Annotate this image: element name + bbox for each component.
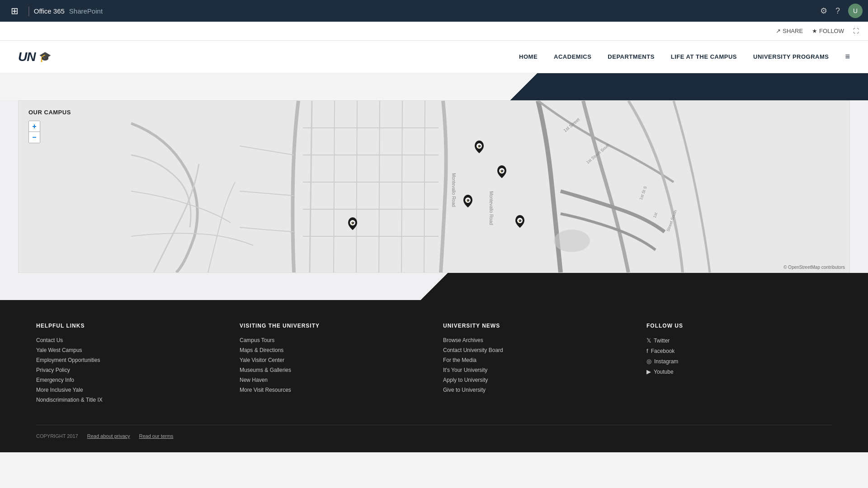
- footer-link-nondiscrimination[interactable]: Nondiscrimination & Title IX: [36, 397, 222, 403]
- footer-visiting: VISITING THE UNIVERSITY Campus Tours Map…: [240, 323, 425, 407]
- footer-link-campus-tours[interactable]: Campus Tours: [240, 337, 425, 343]
- footer-link-employment[interactable]: Employment Opportunities: [36, 357, 222, 363]
- map-container[interactable]: Montevallo Road Montevallo Road 1st Stre…: [19, 101, 849, 272]
- svg-text:🎓: 🎓: [466, 198, 470, 202]
- footer-link-youtube[interactable]: ▶ Youtube: [646, 368, 832, 375]
- logo-cap: 🎓: [39, 51, 51, 63]
- svg-point-20: [554, 230, 590, 252]
- site-nav: HOME ACADEMICS DEPARTMENTS LIFE AT THE C…: [519, 52, 850, 61]
- office365-label: Office 365: [34, 7, 65, 15]
- svg-text:🎓: 🎓: [500, 169, 504, 173]
- follow-icon: ★: [812, 28, 817, 34]
- helpful-links-heading: HELPFUL LINKS: [36, 323, 222, 329]
- svg-text:🎓: 🎓: [518, 219, 522, 223]
- topbar-divider: |: [28, 5, 30, 17]
- svg-text:Montevallo Road: Montevallo Road: [451, 173, 456, 207]
- zoom-out-button[interactable]: −: [29, 132, 40, 143]
- footer-link-instagram[interactable]: ◎ Instagram: [646, 358, 832, 365]
- svg-text:🎓: 🎓: [351, 221, 355, 225]
- svg-rect-1: [303, 101, 439, 272]
- nav-home[interactable]: HOME: [519, 53, 538, 60]
- site-logo: UN 🎓: [18, 50, 51, 64]
- footer-helpful-links: HELPFUL LINKS Contact Us Yale West Campu…: [36, 323, 222, 407]
- follow-button[interactable]: ★ FOLLOW: [812, 28, 844, 34]
- footer-link-privacy[interactable]: Privacy Policy: [36, 367, 222, 373]
- share-icon: ↗: [776, 28, 781, 34]
- footer-link-visitor-center[interactable]: Yale Visitor Center: [240, 357, 425, 363]
- footer-diagonal: [0, 273, 868, 300]
- news-heading: UNIVERSITY NEWS: [443, 323, 628, 329]
- map-svg: Montevallo Road Montevallo Road 1st Stre…: [19, 101, 849, 272]
- visiting-heading: VISITING THE UNIVERSITY: [240, 323, 425, 329]
- twitter-icon: 𝕏: [646, 337, 651, 344]
- site-header: UN 🎓 HOME ACADEMICS DEPARTMENTS LIFE AT …: [0, 41, 868, 73]
- waffle-button[interactable]: ⊞: [5, 5, 24, 16]
- nav-departments[interactable]: DEPARTMENTS: [608, 53, 654, 60]
- footer-grid: HELPFUL LINKS Contact Us Yale West Campu…: [36, 323, 832, 407]
- footer-link-contact[interactable]: Contact Us: [36, 337, 222, 343]
- topbar-left: ⊞ | Office 365 SharePoint: [5, 5, 103, 17]
- share-label: SHARE: [783, 28, 803, 34]
- main-content: OUR CAMPUS + −: [0, 100, 868, 273]
- view-icon: ⛶: [853, 28, 859, 34]
- twitter-label: Twitter: [654, 338, 670, 344]
- map-title: OUR CAMPUS: [28, 109, 71, 116]
- topbar: ⊞ | Office 365 SharePoint ⚙ ? U: [0, 0, 868, 22]
- nav-programs[interactable]: UNIVERSITY PROGRAMS: [753, 53, 829, 60]
- map-section: OUR CAMPUS + −: [18, 100, 850, 273]
- menu-icon[interactable]: ≡: [845, 52, 850, 61]
- map-zoom-controls: + −: [28, 121, 40, 143]
- footer-link-board[interactable]: Contact University Board: [443, 347, 628, 353]
- footer-link-media[interactable]: For the Media: [443, 357, 628, 363]
- footer-bottom: COPYRIGHT 2017 Read about privacy Read o…: [36, 425, 832, 439]
- instagram-icon: ◎: [646, 358, 651, 365]
- footer-news: UNIVERSITY NEWS Browse Archives Contact …: [443, 323, 628, 407]
- footer-link-maps[interactable]: Maps & Directions: [240, 347, 425, 353]
- share-button[interactable]: ↗ SHARE: [776, 28, 803, 34]
- logo-text: UN: [18, 50, 35, 64]
- follow-label: FOLLOW: [819, 28, 844, 34]
- avatar-initials: U: [853, 7, 858, 14]
- footer-link-new-haven[interactable]: New Haven: [240, 377, 425, 383]
- settings-icon[interactable]: ⚙: [820, 6, 827, 16]
- footer-link-archives[interactable]: Browse Archives: [443, 337, 628, 343]
- youtube-label: Youtube: [654, 369, 674, 375]
- footer-link-your-university[interactable]: It's Your University: [443, 367, 628, 373]
- footer-link-museums[interactable]: Museums & Galleries: [240, 367, 425, 373]
- svg-text:Montevallo Road: Montevallo Road: [489, 191, 494, 225]
- nav-life[interactable]: LIFE AT THE CAMPUS: [671, 53, 737, 60]
- footer-link-give[interactable]: Give to University: [443, 387, 628, 393]
- svg-text:🎓: 🎓: [477, 144, 481, 148]
- site-footer: HELPFUL LINKS Contact Us Yale West Campu…: [0, 300, 868, 452]
- footer-link-emergency[interactable]: Emergency Info: [36, 377, 222, 383]
- follow-heading: FOLLOW US: [646, 323, 832, 329]
- footer-link-west-campus[interactable]: Yale West Campus: [36, 347, 222, 353]
- map-attribution: © OpenStreetMap contributors: [783, 265, 845, 270]
- help-icon[interactable]: ?: [835, 6, 840, 16]
- footer-link-inclusive[interactable]: More Inclusive Yale: [36, 387, 222, 393]
- footer-link-facebook[interactable]: f Facebook: [646, 347, 832, 354]
- hero-band: [0, 73, 868, 100]
- terms-link[interactable]: Read our terms: [139, 433, 174, 439]
- topbar-right: ⚙ ? U: [820, 4, 863, 18]
- footer-follow: FOLLOW US 𝕏 Twitter f Facebook ◎ Instagr…: [646, 323, 832, 407]
- secondbar: ↗ SHARE ★ FOLLOW ⛶: [0, 22, 868, 41]
- privacy-link[interactable]: Read about privacy: [87, 433, 130, 439]
- avatar[interactable]: U: [848, 4, 863, 18]
- footer-link-apply[interactable]: Apply to University: [443, 377, 628, 383]
- nav-academics[interactable]: ACADEMICS: [554, 53, 591, 60]
- zoom-in-button[interactable]: +: [29, 121, 40, 132]
- sharepoint-label: SharePoint: [69, 7, 103, 15]
- youtube-icon: ▶: [646, 368, 651, 375]
- footer-link-more-visit[interactable]: More Visit Resources: [240, 387, 425, 393]
- facebook-icon: f: [646, 347, 648, 354]
- copyright-text: COPYRIGHT 2017: [36, 433, 78, 439]
- instagram-label: Instagram: [654, 358, 678, 365]
- facebook-label: Facebook: [651, 348, 675, 354]
- view-button[interactable]: ⛶: [853, 28, 859, 34]
- footer-link-twitter[interactable]: 𝕏 Twitter: [646, 337, 832, 344]
